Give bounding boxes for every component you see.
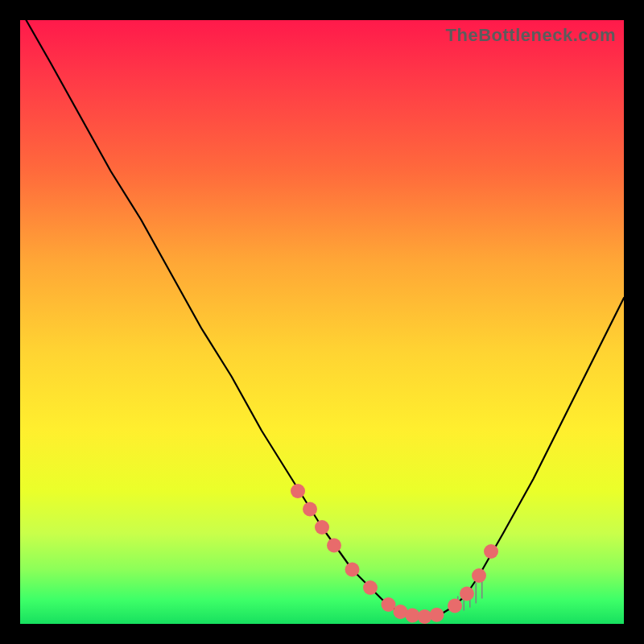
marker-point <box>430 608 444 622</box>
chart-plot-area: TheBottleneck.com <box>20 20 624 624</box>
marker-point <box>382 597 396 612</box>
marker-point <box>315 520 329 535</box>
marker-point <box>472 568 486 583</box>
marker-point <box>484 544 498 559</box>
chart-svg <box>20 20 624 624</box>
marker-point <box>363 580 378 595</box>
marker-point <box>460 587 474 601</box>
chart-frame: TheBottleneck.com <box>0 0 644 644</box>
marker-point <box>448 599 462 613</box>
highlight-markers-layer <box>291 484 498 624</box>
marker-point <box>327 539 341 553</box>
marker-point <box>345 563 360 577</box>
marker-point <box>291 484 305 498</box>
marker-point <box>303 502 317 517</box>
